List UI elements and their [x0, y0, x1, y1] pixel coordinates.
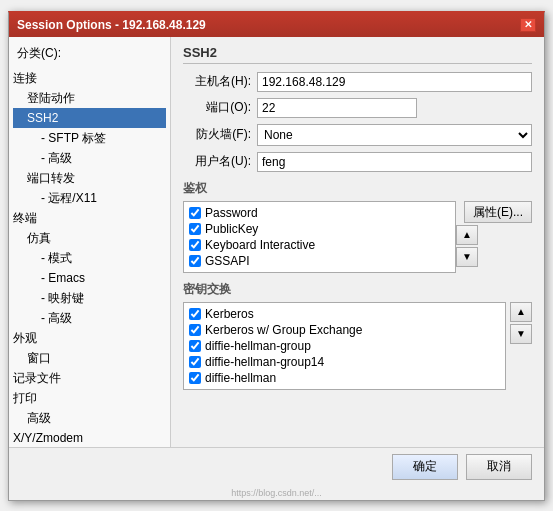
firewall-row: 防火墙(F): None	[183, 124, 532, 146]
tree-item-sftp[interactable]: - SFTP 标签	[13, 128, 166, 148]
username-input[interactable]	[257, 152, 532, 172]
auth-label-password: Password	[205, 206, 258, 220]
exchange-label-kerberos: Kerberos	[205, 307, 254, 321]
tree-item-advanced_term[interactable]: - 高级	[13, 308, 166, 328]
exchange-up-button[interactable]: ▲	[510, 302, 532, 322]
exchange-list-container: KerberosKerberos w/ Group Exchangediffie…	[183, 302, 532, 390]
auth-right: 属性(E)... ▲ ▼	[456, 201, 532, 267]
tree-container: 连接登陆动作SSH2- SFTP 标签- 高级端口转发- 远程/X11终端仿真-…	[13, 68, 166, 447]
auth-list: PasswordPublicKeyKeyboard InteractiveGSS…	[183, 201, 456, 273]
exchange-section-title: 密钥交换	[183, 281, 532, 298]
tree-item-connection[interactable]: 连接	[13, 68, 166, 88]
content-area: 分类(C): 连接登陆动作SSH2- SFTP 标签- 高级端口转发- 远程/X…	[9, 37, 544, 447]
username-row: 用户名(U):	[183, 152, 532, 172]
exchange-checkbox-kerberos[interactable]	[189, 308, 201, 320]
tree-item-login[interactable]: 登陆动作	[13, 88, 166, 108]
port-row: 端口(O):	[183, 98, 532, 118]
exchange-label-dh_group14: diffie-hellman-group14	[205, 355, 324, 369]
tree-item-terminal[interactable]: 终端	[13, 208, 166, 228]
exchange-checkbox-dh[interactable]	[189, 372, 201, 384]
ok-button[interactable]: 确定	[392, 454, 458, 480]
category-label: 分类(C):	[13, 45, 166, 62]
tree-item-mode[interactable]: - 模式	[13, 248, 166, 268]
footer: 确定 取消	[9, 447, 544, 486]
window-title: Session Options - 192.168.48.129	[17, 18, 206, 32]
auth-arrows: ▲ ▼	[456, 225, 532, 267]
exchange-label-dh: diffie-hellman	[205, 371, 276, 385]
tree-item-logfile[interactable]: 记录文件	[13, 368, 166, 388]
port-label: 端口(O):	[183, 99, 251, 116]
exchange-item-dh_group[interactable]: diffie-hellman-group	[187, 338, 502, 354]
exchange-checkbox-dh_group14[interactable]	[189, 356, 201, 368]
exchange-checkbox-dh_group[interactable]	[189, 340, 201, 352]
tree-item-advanced_ssh[interactable]: - 高级	[13, 148, 166, 168]
tree-item-xyz[interactable]: X/Y/Zmodem	[13, 428, 166, 447]
auth-list-container: PasswordPublicKeyKeyboard InteractiveGSS…	[183, 201, 532, 273]
auth-label-gssapi: GSSAPI	[205, 254, 250, 268]
hostname-label: 主机名(H):	[183, 73, 251, 90]
tree-item-print[interactable]: 打印	[13, 388, 166, 408]
auth-label-keyboard: Keyboard Interactive	[205, 238, 315, 252]
exchange-item-dh_group14[interactable]: diffie-hellman-group14	[187, 354, 502, 370]
title-bar: Session Options - 192.168.48.129 ✕	[9, 13, 544, 37]
exchange-item-kerberos_group[interactable]: Kerberos w/ Group Exchange	[187, 322, 502, 338]
auth-checkbox-keyboard[interactable]	[189, 239, 201, 251]
close-button[interactable]: ✕	[520, 18, 536, 32]
session-options-window: Session Options - 192.168.48.129 ✕ 分类(C)…	[8, 11, 545, 501]
auth-item-gssapi[interactable]: GSSAPI	[187, 253, 452, 269]
exchange-item-dh[interactable]: diffie-hellman	[187, 370, 502, 386]
tree-item-ssh2[interactable]: SSH2	[13, 108, 166, 128]
tree-item-port_forward[interactable]: 端口转发	[13, 168, 166, 188]
exchange-list: KerberosKerberos w/ Group Exchangediffie…	[183, 302, 506, 390]
exchange-arrows: ▲ ▼	[510, 302, 532, 344]
hostname-row: 主机名(H):	[183, 72, 532, 92]
cancel-button[interactable]: 取消	[466, 454, 532, 480]
tree-item-remote_x11[interactable]: - 远程/X11	[13, 188, 166, 208]
port-input[interactable]	[257, 98, 417, 118]
auth-down-button[interactable]: ▼	[456, 247, 478, 267]
tree-item-emacs[interactable]: - Emacs	[13, 268, 166, 288]
auth-label-publickey: PublicKey	[205, 222, 258, 236]
auth-checkbox-gssapi[interactable]	[189, 255, 201, 267]
exchange-label-dh_group: diffie-hellman-group	[205, 339, 311, 353]
auth-checkbox-password[interactable]	[189, 207, 201, 219]
right-panel: SSH2 主机名(H): 端口(O): 防火墙(F): None 用户名(U):	[171, 37, 544, 447]
tree-item-advanced_print[interactable]: 高级	[13, 408, 166, 428]
exchange-label-kerberos_group: Kerberos w/ Group Exchange	[205, 323, 362, 337]
tree-item-mappingkeys[interactable]: - 映射键	[13, 288, 166, 308]
tree-item-appearance[interactable]: 外观	[13, 328, 166, 348]
exchange-checkbox-kerberos_group[interactable]	[189, 324, 201, 336]
auth-section-title: 鉴权	[183, 180, 532, 197]
username-label: 用户名(U):	[183, 153, 251, 170]
auth-item-publickey[interactable]: PublicKey	[187, 221, 452, 237]
auth-item-keyboard[interactable]: Keyboard Interactive	[187, 237, 452, 253]
auth-checkbox-publickey[interactable]	[189, 223, 201, 235]
auth-up-button[interactable]: ▲	[456, 225, 478, 245]
firewall-label: 防火墙(F):	[183, 126, 251, 143]
tree-item-emulation[interactable]: 仿真	[13, 228, 166, 248]
exchange-item-kerberos[interactable]: Kerberos	[187, 306, 502, 322]
hostname-input[interactable]	[257, 72, 532, 92]
section-title: SSH2	[183, 45, 532, 64]
left-panel: 分类(C): 连接登陆动作SSH2- SFTP 标签- 高级端口转发- 远程/X…	[9, 37, 171, 447]
watermark: https://blog.csdn.net/...	[9, 486, 544, 500]
auth-item-password[interactable]: Password	[187, 205, 452, 221]
exchange-down-button[interactable]: ▼	[510, 324, 532, 344]
tree-item-window[interactable]: 窗口	[13, 348, 166, 368]
firewall-select[interactable]: None	[257, 124, 532, 146]
property-button[interactable]: 属性(E)...	[464, 201, 532, 223]
